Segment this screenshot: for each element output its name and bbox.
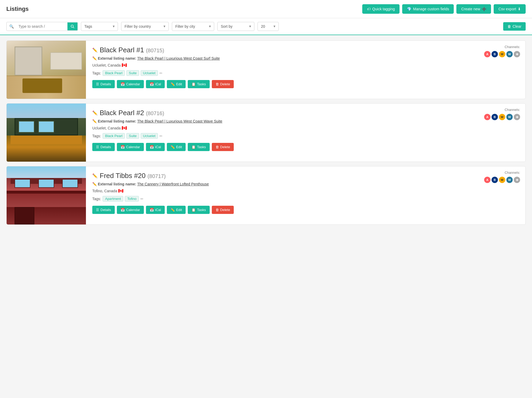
details-icon-1: ☰: [96, 82, 99, 86]
airbnb-icon-1: A: [484, 51, 490, 57]
wix-icon-1: W: [499, 51, 505, 57]
flag-3: 🇨🇦: [118, 188, 123, 193]
calendar-button-2[interactable]: 📅 Calendar: [117, 143, 144, 151]
title-edit-icon-2[interactable]: ✏️: [92, 110, 98, 115]
listing-title-row-3: ✏️ Fred Tibbs #20 (80717): [92, 172, 473, 180]
tag-black-pearl-1: Black Pearl: [103, 70, 125, 76]
filter-country-select[interactable]: Filter by country: [121, 22, 169, 31]
ical-icon-2: 📅: [150, 145, 154, 149]
external-link-2[interactable]: The Black Pearl | Luxurious West Coast W…: [137, 119, 222, 123]
details-icon-3: ☰: [96, 208, 99, 212]
wix-icon-3: W: [499, 177, 505, 183]
booking-icon-3: B: [492, 177, 498, 183]
manage-custom-fields-button[interactable]: 💎 Manage custom fields: [402, 4, 454, 14]
calendar-button-1[interactable]: 📅 Calendar: [117, 80, 144, 88]
tags-edit-icon-1[interactable]: ✏: [159, 71, 163, 75]
external-edit-icon-2[interactable]: ✏️: [92, 119, 97, 123]
sort-by-select[interactable]: Sort by: [217, 22, 254, 31]
channels-label-2: Channels:: [505, 108, 520, 112]
create-new-button[interactable]: Create new ➕: [456, 4, 491, 14]
wordpress-icon-1: W: [506, 51, 513, 57]
listing-location-1: Ucluelet, Canada 🇨🇦: [92, 63, 473, 68]
tasks-button-1[interactable]: 📋 Tasks: [188, 80, 209, 88]
toolbar: 🔍 Tags ▼ Filter by country ▼ Filter by c…: [0, 18, 532, 35]
ical-button-3[interactable]: 📅 iCal: [146, 206, 165, 214]
channels-label-1: Channels:: [505, 45, 520, 49]
calendar-button-3[interactable]: 📅 Calendar: [117, 206, 144, 214]
delete-button-1[interactable]: 🗑 Delete: [212, 80, 234, 88]
booking-icon-1: B: [492, 51, 498, 57]
details-button-2[interactable]: ☰ Details: [92, 143, 115, 151]
tag-suite-1: Suite: [126, 70, 139, 76]
ical-icon-1: 📅: [150, 82, 154, 86]
external-edit-icon-1[interactable]: ✏️: [92, 56, 97, 60]
tags-edit-icon-3[interactable]: ✏: [140, 197, 144, 201]
listing-content-3: ✏️ Fred Tibbs #20 (80717) ✏️ External li…: [86, 166, 479, 224]
listing-content-1: ✏️ Black Pearl #1 (80715) ✏️ External li…: [86, 41, 479, 99]
listing-card-3: ✏️ Fred Tibbs #20 (80717) ✏️ External li…: [6, 166, 526, 225]
tasks-button-2[interactable]: 📋 Tasks: [188, 143, 209, 151]
channel-icons-2: A B W W ⊕: [484, 114, 520, 120]
plus-icon: ➕: [482, 7, 486, 11]
title-edit-icon-1[interactable]: ✏️: [92, 48, 98, 53]
channel-icons-1: A B W W ⊕: [484, 51, 520, 57]
details-button-1[interactable]: ☰ Details: [92, 80, 115, 88]
details-button-3[interactable]: ☰ Details: [92, 206, 115, 214]
listing-title-2: Black Pearl #2 (80716): [100, 109, 164, 117]
details-icon-2: ☰: [96, 145, 99, 149]
ical-button-2[interactable]: 📅 iCal: [146, 143, 165, 151]
wordpress-icon-3: W: [506, 177, 513, 183]
listings-container: ✏️ Black Pearl #1 (80715) ✏️ External li…: [0, 35, 532, 230]
search-input[interactable]: [16, 22, 67, 31]
channels-label-3: Channels:: [505, 171, 520, 175]
tag-apartment-3: Apartment: [103, 196, 123, 202]
per-page-select[interactable]: 20: [258, 22, 279, 31]
edit-button-3[interactable]: ✏️ Edit: [167, 206, 186, 214]
filter-city-wrapper: Filter by city ▼: [172, 22, 214, 31]
booking-icon-2: B: [492, 114, 498, 120]
listing-external-3: ✏️ External listing name: The Cannery | …: [92, 182, 473, 186]
ical-icon-3: 📅: [150, 208, 154, 212]
listing-title-row-2: ✏️ Black Pearl #2 (80716): [92, 109, 473, 117]
edit-button-2[interactable]: ✏️ Edit: [167, 143, 186, 151]
tasks-button-3[interactable]: 📋 Tasks: [188, 206, 209, 214]
delete-icon-3: 🗑: [215, 208, 219, 212]
filter-city-select[interactable]: Filter by city: [172, 22, 214, 31]
external-link-3[interactable]: The Cannery | Waterfront Lofted Penthous…: [137, 182, 209, 186]
wordpress-icon-2: W: [506, 114, 513, 120]
title-edit-icon-3[interactable]: ✏️: [92, 173, 98, 178]
svg-line-1: [73, 27, 74, 28]
edit-button-1[interactable]: ✏️ Edit: [167, 80, 186, 88]
delete-button-2[interactable]: 🗑 Delete: [212, 143, 234, 151]
clear-button[interactable]: 🗑 Clear: [503, 22, 526, 31]
csv-export-button[interactable]: Csv export ⬇: [494, 4, 526, 14]
tags-row-1: Tags: Black Pearl Suite Ucluelet ✏: [92, 70, 473, 76]
listing-image-2: [7, 104, 86, 162]
download-icon: ⬇: [518, 7, 521, 11]
quick-tagging-button[interactable]: 🏷 Quick tagging: [362, 4, 400, 14]
listing-image-1: [7, 41, 86, 99]
delete-button-3[interactable]: 🗑 Delete: [212, 206, 234, 214]
tag-ucluelet-1: Ucluelet: [141, 70, 158, 76]
listing-actions-3: ☰ Details 📅 Calendar 📅 iCal ✏️ Edit 📋: [92, 206, 473, 214]
listing-channels-2: Channels: A B W W ⊕: [479, 104, 525, 162]
external-link-1[interactable]: The Black Pearl | Luxurious West Coast S…: [137, 56, 220, 60]
external-edit-icon-3[interactable]: ✏️: [92, 182, 97, 186]
page-header: Listings 🏷 Quick tagging 💎 Manage custom…: [0, 0, 532, 18]
tags-edit-icon-2[interactable]: ✏: [159, 134, 163, 138]
tasks-icon-1: 📋: [191, 82, 196, 86]
listing-channels-1: Channels: A B W W ⊕: [479, 41, 525, 99]
tags-select-wrapper: Tags ▼: [81, 22, 118, 31]
per-page-wrapper: 20 ▼: [258, 22, 279, 31]
ical-button-1[interactable]: 📅 iCal: [146, 80, 165, 88]
flag-2: 🇨🇦: [122, 125, 127, 130]
diamond-icon: 💎: [407, 7, 411, 11]
listing-title-3: Fred Tibbs #20 (80717): [100, 172, 166, 180]
listing-channels-3: Channels: A B W W ⊕: [479, 166, 525, 224]
edit-icon-1: ✏️: [171, 82, 175, 86]
header-actions: 🏷 Quick tagging 💎 Manage custom fields C…: [362, 4, 526, 14]
tags-row-3: Tags: Apartment Tofino ✏: [92, 196, 473, 202]
other-icon-3: ⊕: [514, 177, 520, 183]
search-submit-button[interactable]: [67, 22, 77, 30]
tags-select[interactable]: Tags: [81, 22, 118, 31]
